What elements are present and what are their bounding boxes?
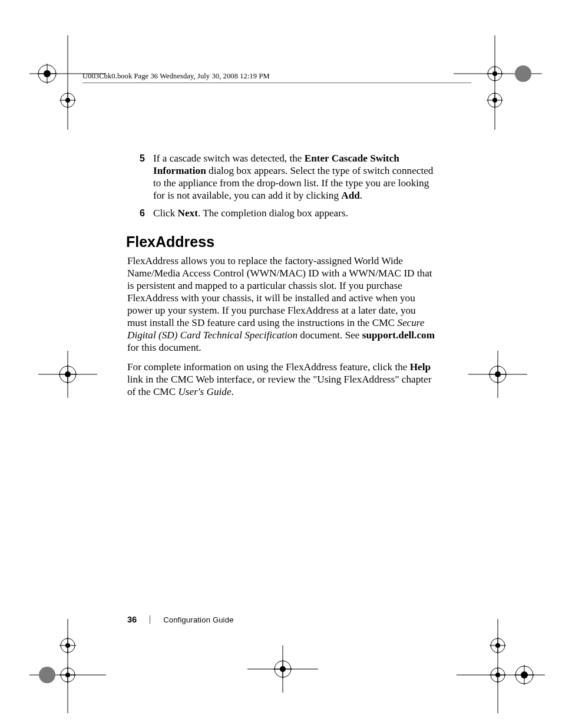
svg-point-38 [65, 643, 70, 648]
svg-point-2 [38, 65, 56, 83]
text-run: User's Guide [178, 386, 231, 397]
svg-point-20 [492, 98, 497, 103]
step: 6Click Next. The completion dialog box a… [127, 207, 437, 220]
regmark-bottom-right [457, 619, 545, 713]
text-run: . [360, 190, 362, 201]
step: 5If a cascade switch was detected, the E… [127, 153, 437, 202]
svg-point-3 [44, 70, 51, 77]
page-number: 36 [127, 615, 137, 624]
footer-separator [150, 615, 150, 624]
svg-point-59 [495, 673, 500, 677]
svg-point-56 [491, 668, 505, 682]
regmark-mid-left [38, 351, 97, 398]
regmark-mid-right [468, 351, 527, 398]
svg-point-23 [59, 366, 76, 383]
svg-point-52 [491, 638, 505, 653]
page: U003Cbk0.book Page 36 Wednesday, July 30… [0, 0, 562, 728]
step-body: Click Next. The completion dialog box ap… [153, 207, 437, 220]
svg-point-12 [488, 67, 502, 81]
step-number: 5 [127, 153, 153, 202]
text-run: . [232, 386, 234, 397]
text-run: Click [153, 207, 178, 219]
footer: 36 Configuration Guide [127, 615, 434, 624]
svg-point-40 [61, 668, 75, 682]
svg-point-55 [495, 643, 500, 648]
paragraph: FlexAddress allows you to replace the fa… [127, 255, 437, 354]
svg-point-9 [65, 98, 70, 103]
content-column: 5If a cascade switch was detected, the E… [127, 153, 437, 406]
svg-point-35 [61, 638, 75, 653]
regmark-bottom-center [247, 645, 318, 693]
section-heading: FlexAddress [126, 233, 437, 251]
text-run: For complete information on using the Fl… [127, 361, 410, 373]
running-head: U003Cbk0.book Page 36 Wednesday, July 30… [82, 72, 270, 81]
text-run: If a cascade switch was detected, the [153, 153, 305, 164]
svg-point-16 [515, 65, 531, 82]
svg-point-43 [65, 673, 70, 677]
paragraph: For complete information on using the Fl… [127, 361, 437, 398]
regmark-bottom-left [29, 619, 106, 713]
text-run: support.dell.com [362, 330, 435, 341]
svg-point-46 [275, 661, 291, 677]
text-run: Help [410, 361, 431, 373]
svg-point-47 [280, 666, 286, 672]
text-run: Add [341, 190, 360, 201]
footer-doc-title: Configuration Guide [163, 615, 233, 624]
paragraphs: FlexAddress allows you to replace the fa… [127, 255, 437, 398]
svg-point-24 [65, 371, 71, 377]
steps-list: 5If a cascade switch was detected, the E… [127, 153, 437, 220]
step-body: If a cascade switch was detected, the En… [153, 153, 437, 202]
svg-point-61 [521, 671, 528, 678]
text-run: document. See [297, 330, 362, 341]
text-run: for this document. [127, 342, 201, 353]
running-head-rule [82, 83, 471, 83]
svg-point-30 [495, 371, 501, 377]
svg-point-15 [492, 71, 497, 76]
running-head-text: U003Cbk0.book Page 36 Wednesday, July 30… [82, 72, 270, 80]
text-run: Next [178, 207, 198, 219]
svg-point-39 [39, 667, 55, 683]
text-run: FlexAddress allows you to replace the fa… [127, 255, 432, 328]
text-run: link in the CMC Web interface, or review… [127, 374, 431, 397]
svg-point-17 [488, 93, 502, 107]
step-number: 6 [127, 207, 153, 220]
svg-point-6 [61, 93, 75, 107]
text-run: . The completion dialog box appears. [198, 207, 348, 219]
svg-point-29 [490, 366, 506, 383]
svg-point-60 [515, 666, 533, 684]
